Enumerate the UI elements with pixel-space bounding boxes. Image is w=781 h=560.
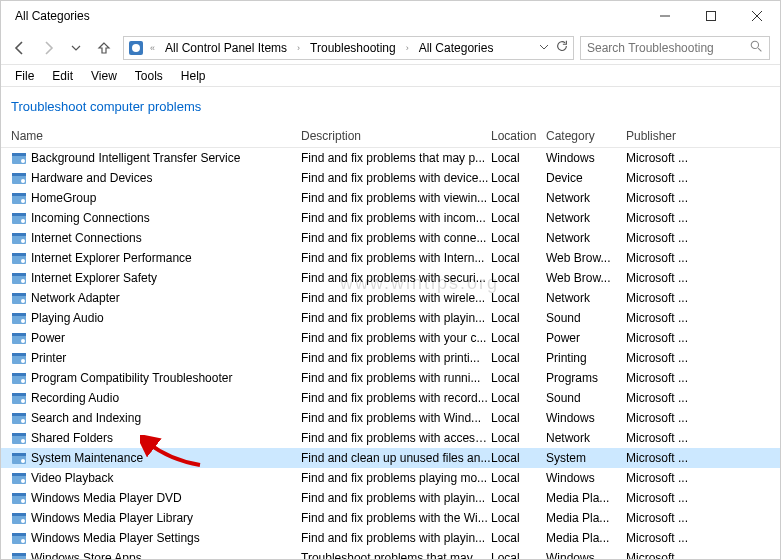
- item-name: Windows Media Player Library: [31, 511, 193, 525]
- list-item[interactable]: Network AdapterFind and fix problems wit…: [1, 288, 780, 308]
- svg-rect-19: [12, 213, 26, 216]
- menu-edit[interactable]: Edit: [44, 67, 81, 85]
- troubleshooter-list[interactable]: Background Intelligent Transfer ServiceF…: [1, 148, 780, 560]
- item-location: Local: [491, 211, 546, 225]
- svg-rect-2: [707, 12, 716, 21]
- troubleshooter-icon: [11, 270, 27, 286]
- chevron-down-icon[interactable]: [539, 41, 549, 55]
- item-name: Windows Media Player Settings: [31, 531, 200, 545]
- troubleshooter-icon: [11, 190, 27, 206]
- list-item[interactable]: Hardware and DevicesFind and fix problem…: [1, 168, 780, 188]
- list-item[interactable]: Playing AudioFind and fix problems with …: [1, 308, 780, 328]
- breadcrumb-path2[interactable]: All Categories: [415, 39, 498, 57]
- svg-point-41: [21, 359, 25, 363]
- forward-button[interactable]: [35, 35, 61, 61]
- troubleshooter-icon: [11, 330, 27, 346]
- item-description: Find and fix problems with playin...: [301, 311, 491, 325]
- breadcrumb[interactable]: « All Control Panel Items › Troubleshoot…: [123, 36, 574, 60]
- svg-rect-13: [12, 173, 26, 176]
- troubleshooter-icon: [11, 390, 27, 406]
- search-input[interactable]: [587, 41, 750, 55]
- list-item[interactable]: Video PlaybackFind and fix problems play…: [1, 468, 780, 488]
- search-box[interactable]: [580, 36, 770, 60]
- item-name: Incoming Connections: [31, 211, 150, 225]
- chevron-right-icon: ›: [295, 43, 302, 53]
- item-category: Network: [546, 231, 626, 245]
- svg-rect-43: [12, 373, 26, 376]
- list-item[interactable]: Background Intelligent Transfer ServiceF…: [1, 148, 780, 168]
- svg-rect-67: [12, 533, 26, 536]
- list-item[interactable]: Incoming ConnectionsFind and fix problem…: [1, 208, 780, 228]
- item-description: Find and fix problems with runni...: [301, 371, 491, 385]
- window-title: All Categories: [15, 9, 90, 23]
- svg-point-11: [21, 159, 25, 163]
- item-publisher: Microsoft ...: [626, 271, 706, 285]
- item-location: Local: [491, 491, 546, 505]
- breadcrumb-path1[interactable]: Troubleshooting: [306, 39, 400, 57]
- list-item[interactable]: Internet Explorer PerformanceFind and fi…: [1, 248, 780, 268]
- svg-point-38: [21, 339, 25, 343]
- columns-header: Name Description Location Category Publi…: [1, 124, 780, 148]
- list-item[interactable]: Internet ConnectionsFind and fix problem…: [1, 228, 780, 248]
- menu-tools[interactable]: Tools: [127, 67, 171, 85]
- item-category: Printing: [546, 351, 626, 365]
- minimize-button[interactable]: [642, 1, 688, 31]
- chevron-left-icon: «: [148, 43, 157, 53]
- item-publisher: Microsoft ...: [626, 551, 706, 560]
- list-item[interactable]: PowerFind and fix problems with your c..…: [1, 328, 780, 348]
- col-header-description[interactable]: Description: [301, 129, 491, 143]
- back-button[interactable]: [7, 35, 33, 61]
- item-name: Playing Audio: [31, 311, 104, 325]
- refresh-icon[interactable]: [555, 39, 569, 56]
- item-location: Local: [491, 331, 546, 345]
- troubleshooter-icon: [11, 490, 27, 506]
- list-item[interactable]: Recording AudioFind and fix problems wit…: [1, 388, 780, 408]
- list-item[interactable]: Shared FoldersFind and fix problems with…: [1, 428, 780, 448]
- col-header-publisher[interactable]: Publisher: [626, 129, 706, 143]
- item-publisher: Microsoft ...: [626, 211, 706, 225]
- maximize-button[interactable]: [688, 1, 734, 31]
- svg-rect-37: [12, 333, 26, 336]
- troubleshooter-icon: [11, 350, 27, 366]
- svg-rect-10: [12, 153, 26, 156]
- menu-view[interactable]: View: [83, 67, 125, 85]
- col-header-category[interactable]: Category: [546, 129, 626, 143]
- item-location: Local: [491, 431, 546, 445]
- svg-point-6: [132, 44, 140, 52]
- close-button[interactable]: [734, 1, 780, 31]
- list-item[interactable]: Windows Media Player SettingsFind and fi…: [1, 528, 780, 548]
- svg-point-29: [21, 279, 25, 283]
- search-icon[interactable]: [750, 40, 763, 56]
- menu-file[interactable]: File: [7, 67, 42, 85]
- col-header-location[interactable]: Location: [491, 129, 546, 143]
- list-item[interactable]: HomeGroupFind and fix problems with view…: [1, 188, 780, 208]
- item-name: Network Adapter: [31, 291, 120, 305]
- svg-point-26: [21, 259, 25, 263]
- troubleshooter-icon: [11, 510, 27, 526]
- svg-rect-25: [12, 253, 26, 256]
- list-item[interactable]: PrinterFind and fix problems with printi…: [1, 348, 780, 368]
- item-location: Local: [491, 291, 546, 305]
- list-item[interactable]: Internet Explorer SafetyFind and fix pro…: [1, 268, 780, 288]
- item-category: Power: [546, 331, 626, 345]
- svg-point-47: [21, 399, 25, 403]
- list-item[interactable]: Windows Store AppsTroubleshoot problems …: [1, 548, 780, 560]
- troubleshooter-icon: [11, 410, 27, 426]
- item-name: Program Compatibility Troubleshooter: [31, 371, 232, 385]
- menu-help[interactable]: Help: [173, 67, 214, 85]
- svg-point-50: [21, 419, 25, 423]
- breadcrumb-root[interactable]: All Control Panel Items: [161, 39, 291, 57]
- svg-rect-22: [12, 233, 26, 236]
- item-category: Sound: [546, 391, 626, 405]
- up-button[interactable]: [91, 35, 117, 61]
- list-item[interactable]: Windows Media Player LibraryFind and fix…: [1, 508, 780, 528]
- troubleshooter-icon: [11, 430, 27, 446]
- item-category: Web Brow...: [546, 251, 626, 265]
- col-header-name[interactable]: Name: [11, 129, 301, 143]
- recent-dropdown[interactable]: [63, 35, 89, 61]
- item-description: Find and fix problems with the Wi...: [301, 511, 491, 525]
- list-item[interactable]: Windows Media Player DVDFind and fix pro…: [1, 488, 780, 508]
- list-item[interactable]: Search and IndexingFind and fix problems…: [1, 408, 780, 428]
- list-item[interactable]: Program Compatibility TroubleshooterFind…: [1, 368, 780, 388]
- list-item[interactable]: System MaintenanceFind and clean up unus…: [1, 448, 780, 468]
